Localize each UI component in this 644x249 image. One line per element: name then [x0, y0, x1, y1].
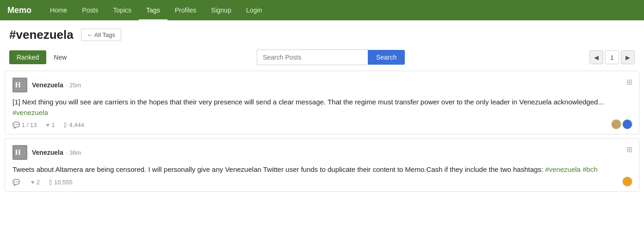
- bch-stat: ₿ 10,555: [49, 179, 73, 186]
- pagination: ◀ 1 ▶: [589, 50, 635, 64]
- page-title: #venezuela: [9, 28, 74, 42]
- post-username[interactable]: Venezuela: [32, 149, 63, 156]
- comment-count: 1 / 13: [22, 121, 37, 128]
- new-button[interactable]: New: [48, 50, 72, 64]
- comment-icon: 💬: [12, 179, 20, 186]
- bch-amount: 4,444: [69, 121, 84, 128]
- post-content: [1] Next thing you will see are carriers…: [12, 97, 632, 118]
- reaction-avatar-1: [611, 119, 621, 129]
- post-tag-venezuela[interactable]: #venezuela: [545, 165, 581, 173]
- nav-profiles[interactable]: Profiles: [167, 0, 204, 20]
- post-tag-venezuela[interactable]: #venezuela: [12, 109, 48, 116]
- top-bar: #venezuela ← All Tags: [0, 20, 644, 48]
- bch-stat: ₿ 4,444: [64, 121, 84, 128]
- post-header: H Venezuela · 25m: [12, 78, 632, 92]
- like-stat: ♥ 2: [31, 179, 40, 186]
- post-time: · 36m: [66, 149, 81, 156]
- post-card: H Venezuela · 25m ⊞ [1] Next thing you w…: [5, 71, 639, 134]
- navbar: Memo Home Posts Topics Tags Profiles Sig…: [0, 0, 644, 20]
- comment-stat: 💬: [12, 179, 22, 186]
- like-count: 2: [37, 179, 40, 186]
- grid-icon[interactable]: ⊞: [626, 145, 632, 154]
- next-page-button[interactable]: ▶: [621, 50, 635, 64]
- post-content: Tweets about Altamera are being censored…: [12, 164, 632, 175]
- post-card: H Venezuela · 36m ⊞ Tweets about Altamer…: [5, 138, 639, 192]
- nav-links: Home Posts Topics Tags Profiles Signup L…: [43, 0, 269, 20]
- bch-amount: 10,555: [54, 179, 73, 186]
- avatar: H: [12, 145, 27, 160]
- heart-icon: ♥: [31, 179, 35, 186]
- post-tag-bch[interactable]: #bch: [582, 165, 598, 173]
- heart-icon: ♥: [46, 121, 50, 128]
- bch-icon: ₿: [64, 121, 67, 128]
- posts-container: H Venezuela · 25m ⊞ [1] Next thing you w…: [0, 71, 644, 192]
- page-number: 1: [605, 50, 619, 64]
- nav-topics[interactable]: Topics: [105, 0, 139, 20]
- nav-posts[interactable]: Posts: [74, 0, 105, 20]
- nav-tags[interactable]: Tags: [139, 0, 167, 20]
- search-input[interactable]: [257, 49, 368, 65]
- svg-text:H: H: [15, 148, 21, 156]
- filter-row: Ranked New Search ◀ 1 ▶: [0, 48, 644, 71]
- bch-icon: ₿: [49, 179, 52, 186]
- search-button[interactable]: Search: [368, 50, 405, 65]
- post-reaction-avatars: [611, 119, 632, 129]
- grid-icon[interactable]: ⊞: [626, 78, 632, 86]
- nav-login[interactable]: Login: [239, 0, 269, 20]
- nav-home[interactable]: Home: [43, 0, 74, 20]
- post-time: · 25m: [66, 82, 81, 89]
- reaction-avatar-1: [622, 176, 632, 187]
- comment-icon: 💬: [12, 121, 20, 128]
- like-count: 1: [51, 121, 55, 128]
- post-footer: 💬 1 / 13 ♥ 1 ₿ 4,444: [12, 121, 632, 128]
- svg-text:H: H: [15, 81, 21, 89]
- prev-page-button[interactable]: ◀: [589, 50, 603, 64]
- all-tags-button[interactable]: ← All Tags: [81, 29, 121, 41]
- filter-left: Ranked New: [9, 50, 72, 64]
- nav-signup[interactable]: Signup: [204, 0, 239, 20]
- post-reaction-avatars: [622, 176, 632, 187]
- like-stat: ♥ 1: [46, 121, 55, 128]
- post-footer: 💬 ♥ 2 ₿ 10,555: [12, 179, 632, 186]
- ranked-button[interactable]: Ranked: [9, 50, 46, 64]
- post-header: H Venezuela · 36m: [12, 145, 632, 160]
- avatar: H: [12, 78, 27, 92]
- nav-logo[interactable]: Memo: [7, 6, 31, 15]
- page-container: #venezuela ← All Tags Ranked New Search …: [0, 20, 644, 249]
- post-username[interactable]: Venezuela: [32, 81, 63, 89]
- reaction-avatar-2: [622, 119, 632, 129]
- search-bar: Search: [257, 49, 405, 65]
- comment-stat: 💬 1 / 13: [12, 121, 37, 128]
